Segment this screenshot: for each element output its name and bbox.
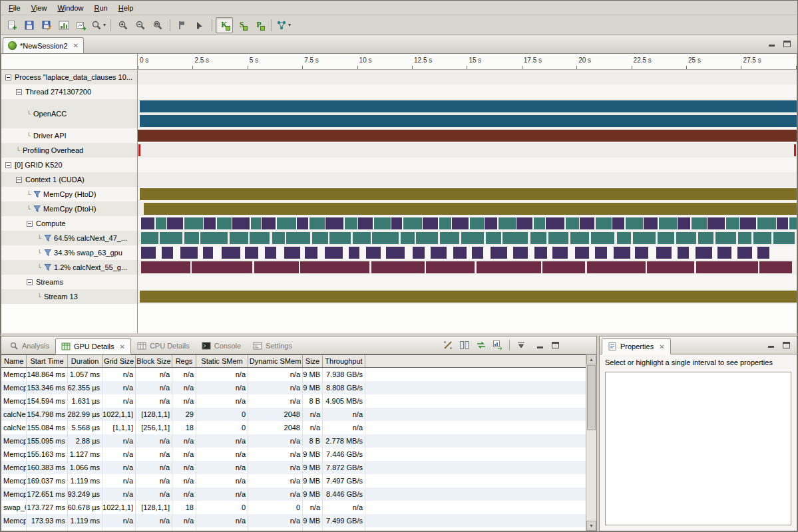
bar-segment[interactable]	[707, 217, 725, 229]
bar-segment[interactable]	[472, 247, 483, 259]
bar-segment[interactable]	[656, 247, 672, 259]
bar-segment[interactable]	[717, 247, 731, 259]
tree-row-compute[interactable]: Compute	[1, 216, 138, 231]
bar-segment[interactable]	[353, 232, 371, 244]
bar-segment[interactable]	[740, 217, 756, 229]
tree-row-memcpy-dtoh[interactable]: └MemCpy (DtoH)	[1, 201, 138, 216]
bar-segment[interactable]	[612, 217, 624, 229]
bar-segment[interactable]	[453, 247, 467, 259]
bar-segment[interactable]	[757, 247, 770, 259]
bar-segment[interactable]	[596, 217, 612, 229]
table-row[interactable]: swap_63_gpu173.727 ms60.678 µs[1022,1,1]…	[1, 501, 586, 514]
bar-segment[interactable]	[345, 217, 357, 229]
bar-segment[interactable]	[485, 217, 497, 229]
bar-segment[interactable]	[416, 232, 438, 244]
bar-segment[interactable]	[440, 232, 459, 244]
maximize-icon[interactable]	[783, 342, 790, 348]
bar-segment[interactable]	[591, 232, 615, 244]
bar-segment[interactable]	[534, 247, 547, 259]
bar-segment[interactable]	[312, 232, 328, 244]
column-header-name[interactable]: Name	[1, 355, 27, 367]
bar-segment[interactable]	[374, 217, 391, 229]
bar-segment[interactable]	[715, 232, 737, 244]
tree-row-0-grid-k520[interactable]: [0] GRID K520	[1, 158, 138, 172]
bar-segment[interactable]	[184, 232, 199, 244]
column-header-size[interactable]: Size	[303, 355, 323, 367]
bar-segment[interactable]	[329, 232, 351, 244]
bar-segment[interactable]	[371, 261, 425, 273]
tab-cpu-details[interactable]: CPU Details	[131, 338, 196, 354]
column-header-regs[interactable]: Regs	[172, 355, 196, 367]
analysis-icon[interactable]: ▾	[275, 17, 292, 33]
flatten-data-icon[interactable]	[475, 338, 488, 352]
bar-segment[interactable]	[192, 261, 252, 273]
bar-segment[interactable]	[757, 217, 776, 229]
bar-segment[interactable]	[391, 217, 402, 229]
bar-segment[interactable]	[777, 217, 788, 229]
bar-segment[interactable]	[659, 217, 677, 229]
filter-icon[interactable]	[44, 234, 52, 242]
menu-item-file[interactable]: File	[3, 3, 26, 13]
bar-segment[interactable]	[542, 261, 585, 273]
table-row[interactable]: Memcpy172.651 ms93.249 µsn/an/an/an/an/a…	[1, 487, 586, 501]
bar-segment[interactable]	[160, 232, 182, 244]
save-as-icon[interactable]	[38, 17, 55, 33]
bar-segment[interactable]	[309, 217, 325, 229]
bar-segment[interactable]	[141, 247, 156, 259]
bar-segment[interactable]	[530, 232, 547, 244]
bar-segment[interactable]	[272, 232, 285, 244]
bar-segment[interactable]	[403, 217, 422, 229]
collapse-icon[interactable]	[5, 162, 11, 168]
column-header-start-time[interactable]: Start Time	[27, 355, 68, 367]
bar-segment[interactable]	[325, 217, 343, 229]
overhead-marker[interactable]	[138, 144, 140, 156]
bar-segment[interactable]	[633, 232, 656, 244]
bar-segment[interactable]	[180, 247, 198, 259]
column-header-dynamic-smem[interactable]: Dynamic SMem	[248, 355, 303, 367]
bar-segment[interactable]	[284, 247, 300, 259]
properties-tab[interactable]: Properties ✕	[602, 338, 671, 354]
overhead-marker[interactable]	[794, 144, 796, 156]
bar-segment[interactable]	[566, 217, 579, 229]
bar-segment[interactable]	[737, 247, 752, 259]
bar-segment[interactable]	[580, 217, 594, 229]
bar-segment[interactable]	[141, 261, 190, 273]
new-session-icon[interactable]	[3, 17, 21, 33]
search-icon[interactable]: ▾	[90, 17, 107, 33]
maximize-icon[interactable]	[552, 342, 559, 348]
tree-row-1-2-calcnext-55-g[interactable]: └1.2% calcNext_55_g...	[1, 260, 138, 275]
bar-segment[interactable]	[217, 217, 232, 229]
bar-segment[interactable]	[265, 247, 276, 259]
bar-segment[interactable]	[230, 232, 248, 244]
column-header-static-smem[interactable]: Static SMem	[196, 355, 248, 367]
bar-segment[interactable]	[325, 247, 343, 259]
close-icon[interactable]: ✕	[120, 343, 125, 350]
bar-segment[interactable]	[726, 217, 739, 229]
column-header-duration[interactable]: Duration	[68, 355, 102, 367]
zoom-in-icon[interactable]	[114, 17, 132, 33]
bar-segment[interactable]	[286, 232, 310, 244]
menu-item-window[interactable]: Window	[52, 3, 89, 13]
bar-segment[interactable]	[477, 261, 541, 273]
tree-row-openacc[interactable]: └OpenACC	[1, 99, 138, 128]
menu-item-run[interactable]: Run	[89, 3, 113, 13]
bar-segment[interactable]	[486, 232, 501, 244]
filter-icon[interactable]	[44, 249, 52, 257]
bar-segment[interactable]	[439, 217, 451, 229]
filter-icon[interactable]	[33, 205, 41, 213]
maximize-icon[interactable]	[783, 41, 791, 47]
toggle-kernel-button[interactable]: K	[216, 17, 233, 33]
session-tab[interactable]: *NewSession2 ✕	[3, 37, 84, 53]
bar-segment[interactable]	[162, 247, 174, 259]
bar-segment[interactable]	[789, 217, 797, 229]
bar-segment[interactable]	[184, 217, 203, 229]
collapse-icon[interactable]	[27, 279, 33, 285]
bar-segment[interactable]	[692, 217, 707, 229]
bar-segment[interactable]	[676, 232, 696, 244]
bar-segment[interactable]	[200, 232, 228, 244]
column-header-throughput[interactable]: Throughput	[323, 355, 365, 367]
bar-segment[interactable]	[635, 247, 648, 259]
bar-segment[interactable]	[431, 247, 447, 259]
marker-flag-icon[interactable]	[174, 17, 191, 33]
table-row[interactable]: Memcpy148.864 ms1.057 msn/an/an/an/an/a9…	[1, 368, 586, 381]
